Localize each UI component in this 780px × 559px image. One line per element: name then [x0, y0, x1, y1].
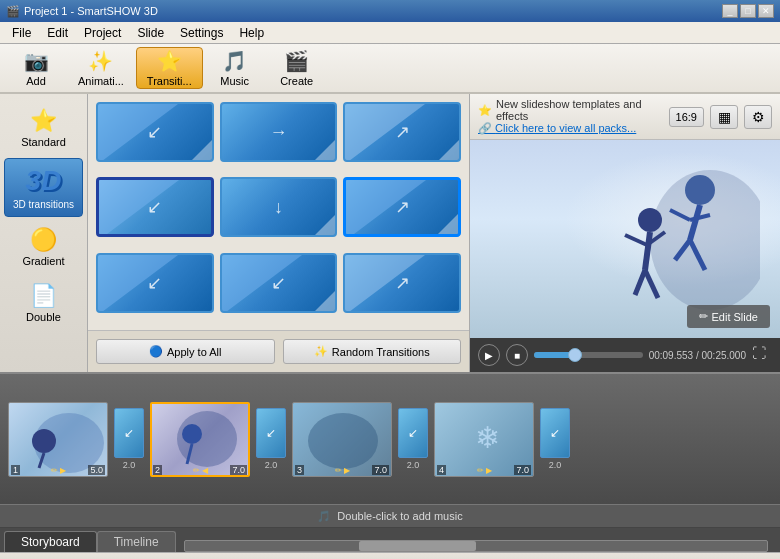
content-area: ⭐ Standard 3D 3D transitions 🟡 Gradient …: [0, 94, 780, 374]
slide-num-3: 3: [295, 465, 304, 475]
svg-text:❄: ❄: [475, 421, 500, 454]
arrow-icon-1: ▶: [60, 466, 66, 475]
transitions-label: Transiti...: [147, 75, 192, 87]
aspect-ratio-button[interactable]: 16:9: [669, 107, 704, 127]
menu-settings[interactable]: Settings: [172, 24, 231, 42]
trans-wrapper-3: ↙ 2.0: [398, 408, 428, 470]
minimize-button[interactable]: _: [722, 4, 738, 18]
transition-item-7[interactable]: ↙: [96, 253, 214, 313]
trans-label-2: 2.0: [265, 460, 278, 470]
star-icon: ⭐: [478, 104, 492, 117]
arrow-icon-4: ▶: [486, 466, 492, 475]
music-label: Music: [220, 75, 249, 87]
transition-item-3[interactable]: ↗: [343, 102, 461, 162]
category-gradient[interactable]: 🟡 Gradient: [4, 221, 83, 273]
random-label: Random Transitions: [332, 346, 430, 358]
music-button[interactable]: 🎵 Music: [205, 47, 265, 89]
trans-label-1: 2.0: [123, 460, 136, 470]
gradient-label: Gradient: [22, 255, 64, 267]
tab-timeline[interactable]: Timeline: [97, 531, 176, 552]
arrow-icon-3: ▶: [344, 466, 350, 475]
transition-thumb-2[interactable]: ↙: [256, 408, 286, 458]
menu-edit[interactable]: Edit: [39, 24, 76, 42]
settings-button[interactable]: ⚙: [744, 105, 772, 129]
trans-wrapper-2: ↙ 2.0: [256, 408, 286, 470]
click-here-link[interactable]: 🔗 Click here to view all packs...: [478, 122, 663, 135]
standard-label: Standard: [21, 136, 66, 148]
edit-slide-button[interactable]: ✏ Edit Slide: [687, 305, 770, 328]
horizontal-scrollbar[interactable]: [184, 540, 768, 552]
slide-icons-2: ✏ ◀: [193, 466, 208, 475]
transition-thumb-3[interactable]: ↙: [398, 408, 428, 458]
play-button[interactable]: ▶: [478, 344, 500, 366]
menu-file[interactable]: File: [4, 24, 39, 42]
menu-help[interactable]: Help: [231, 24, 272, 42]
slide-thumb-1[interactable]: 1 ✏ ▶ 5.0: [8, 402, 108, 477]
category-3d[interactable]: 3D 3D transitions: [4, 158, 83, 217]
transition-item-1[interactable]: ↙: [96, 102, 214, 162]
svg-line-11: [635, 270, 645, 295]
animation-icon: ✨: [88, 49, 113, 73]
svg-point-19: [308, 413, 378, 469]
svg-point-7: [638, 208, 662, 232]
create-button[interactable]: 🎬 Create: [267, 47, 327, 89]
titlebar-left: 🎬 Project 1 - SmartSHOW 3D: [6, 5, 158, 18]
menu-project[interactable]: Project: [76, 24, 129, 42]
apply-to-all-button[interactable]: 🔵 Apply to All: [96, 339, 275, 364]
titlebar-controls[interactable]: _ □ ✕: [722, 4, 774, 18]
add-label: Add: [26, 75, 46, 87]
category-double[interactable]: 📄 Double: [4, 277, 83, 329]
add-music-bar[interactable]: 🎵 Double-click to add music: [0, 504, 780, 528]
display-mode-button[interactable]: ▦: [710, 105, 738, 129]
transition-item-8[interactable]: ↙: [220, 253, 338, 313]
slide-thumb-2[interactable]: 2 ✏ ◀ 7.0: [150, 402, 250, 477]
window-title: Project 1 - SmartSHOW 3D: [24, 5, 158, 17]
slide-num-1: 1: [11, 465, 20, 475]
slide-wrapper-4: ❄ 4 ✏ ▶ 7.0: [434, 402, 534, 477]
transition-thumb-1[interactable]: ↙: [114, 408, 144, 458]
transition-item-5[interactable]: ↓: [220, 177, 338, 237]
slide-duration-2: 7.0: [230, 465, 247, 475]
menu-slide[interactable]: Slide: [129, 24, 172, 42]
gradient-icon: 🟡: [30, 227, 57, 253]
category-standard[interactable]: ⭐ Standard: [4, 102, 83, 154]
title-bar: 🎬 Project 1 - SmartSHOW 3D _ □ ✕: [0, 0, 780, 22]
transitions-icon: ⭐: [157, 49, 182, 73]
svg-point-1: [685, 175, 715, 205]
preview-top-bar: ⭐ New slideshow templates and effects 🔗 …: [470, 94, 780, 140]
transition-grid: ↙ → ↗ ↙ ↓ ↗: [88, 94, 469, 330]
fullscreen-button[interactable]: ⛶: [752, 345, 772, 365]
progress-track[interactable]: [534, 352, 643, 358]
slide-duration-3: 7.0: [372, 465, 389, 475]
scrollbar-thumb[interactable]: [359, 541, 475, 551]
random-transitions-button[interactable]: ✨ Random Transitions: [283, 339, 462, 364]
animation-button[interactable]: ✨ Animati...: [68, 47, 134, 89]
slide-wrapper-2: 2 ✏ ◀ 7.0: [150, 402, 250, 477]
edit-icon-1: ✏: [51, 466, 58, 475]
link-icon: 🔗: [478, 122, 492, 134]
transition-item-9[interactable]: ↗: [343, 253, 461, 313]
svg-line-9: [625, 235, 647, 245]
slide-thumb-4[interactable]: ❄ 4 ✏ ▶ 7.0: [434, 402, 534, 477]
progress-thumb[interactable]: [568, 348, 582, 362]
stop-button[interactable]: ■: [506, 344, 528, 366]
slide-num-4: 4: [437, 465, 446, 475]
tab-storyboard[interactable]: Storyboard: [4, 531, 97, 552]
slide-thumb-3[interactable]: 3 ✏ ▶ 7.0: [292, 402, 392, 477]
transition-item-4[interactable]: ↙: [96, 177, 214, 237]
transition-item-6[interactable]: ↗: [343, 177, 461, 237]
add-button[interactable]: 📷 Add: [6, 47, 66, 89]
slide-wrapper-3: 3 ✏ ▶ 7.0: [292, 402, 392, 477]
arrow-icon-2: ◀: [202, 466, 208, 475]
slide-icons-4: ✏ ▶: [477, 466, 492, 475]
transition-item-2[interactable]: →: [220, 102, 338, 162]
slide-duration-1: 5.0: [88, 465, 105, 475]
edit-icon-3: ✏: [335, 466, 342, 475]
slide-num-2: 2: [153, 465, 162, 475]
apply-icon: 🔵: [149, 345, 163, 358]
close-button[interactable]: ✕: [758, 4, 774, 18]
3d-label: 3D transitions: [13, 199, 74, 210]
transitions-button[interactable]: ⭐ Transiti...: [136, 47, 203, 89]
maximize-button[interactable]: □: [740, 4, 756, 18]
transition-thumb-4[interactable]: ↙: [540, 408, 570, 458]
